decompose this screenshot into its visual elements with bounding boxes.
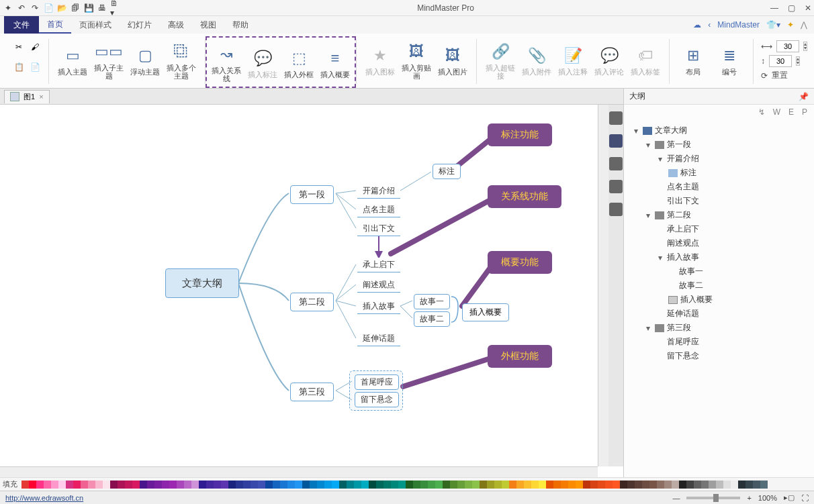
color-swatch[interactable] <box>147 481 154 489</box>
color-swatch[interactable] <box>221 481 228 489</box>
color-swatch[interactable] <box>383 481 391 489</box>
outline-tab-p[interactable]: P <box>802 107 807 117</box>
color-swatch[interactable] <box>406 481 413 489</box>
color-swatch[interactable] <box>576 481 583 489</box>
color-swatch[interactable] <box>457 481 465 489</box>
file-menu[interactable]: 文件 <box>4 16 39 34</box>
insert-subtopic-button[interactable]: ▭▭插入子主题 <box>91 36 127 85</box>
copy-button[interactable]: 📋 <box>11 59 27 75</box>
color-swatch[interactable] <box>103 481 110 489</box>
color-swatch[interactable] <box>420 481 428 489</box>
color-swatch[interactable] <box>672 481 679 489</box>
maximize-button[interactable]: ▢ <box>788 3 795 13</box>
color-swatch[interactable] <box>81 481 88 489</box>
color-swatch[interactable] <box>287 481 295 489</box>
color-swatch[interactable] <box>709 481 716 489</box>
insert-multi-topic-button[interactable]: ⿻插入多个主题 <box>163 36 199 85</box>
color-swatch[interactable] <box>310 481 317 489</box>
print-icon[interactable]: 🖶 <box>97 3 107 13</box>
color-swatch[interactable] <box>487 481 494 489</box>
outline-row[interactable]: 承上启下 <box>627 222 811 236</box>
color-swatch[interactable] <box>502 481 509 489</box>
color-swatch[interactable] <box>509 481 516 489</box>
height-spinner[interactable]: ▴▾ <box>796 56 800 66</box>
color-swatch[interactable] <box>162 481 169 489</box>
node-p1-1[interactable]: 开篇介绍 <box>357 184 400 199</box>
new-icon[interactable]: 📄 <box>43 3 54 13</box>
sidetool-list[interactable] <box>609 134 623 148</box>
color-swatch[interactable] <box>88 481 95 489</box>
color-swatch[interactable] <box>140 481 147 489</box>
outline-row[interactable]: ▾第一段 <box>627 138 811 152</box>
color-swatch[interactable] <box>472 481 480 489</box>
color-swatch[interactable] <box>524 481 531 489</box>
color-swatch[interactable] <box>44 481 51 489</box>
color-swatch[interactable] <box>199 481 206 489</box>
outline-row[interactable]: 阐述观点 <box>627 236 811 250</box>
menu-2[interactable]: 幻灯片 <box>120 16 160 34</box>
color-swatch[interactable] <box>546 481 553 489</box>
color-swatch[interactable] <box>627 481 635 489</box>
color-swatch[interactable] <box>21 481 29 489</box>
width-input[interactable] <box>776 40 799 52</box>
color-swatch[interactable] <box>391 481 398 489</box>
color-swatch[interactable] <box>649 481 657 489</box>
color-swatch[interactable] <box>132 481 140 489</box>
color-swatch[interactable] <box>716 481 723 489</box>
color-swatch[interactable] <box>273 481 280 489</box>
zoom-out-button[interactable]: — <box>672 494 680 502</box>
horizontal-scrollbar[interactable] <box>0 466 598 477</box>
color-swatch[interactable] <box>324 481 332 489</box>
outline-tab-e[interactable]: E <box>788 107 794 117</box>
numbering-button[interactable]: ≣编号 <box>711 36 748 85</box>
color-swatch[interactable] <box>568 481 576 489</box>
color-swatch[interactable] <box>347 481 354 489</box>
color-swatch[interactable] <box>51 481 58 489</box>
document-tab[interactable]: 图1 × <box>4 90 50 103</box>
redo-icon[interactable]: ↷ <box>30 3 40 13</box>
outline-row[interactable]: ▾文章大纲 <box>627 123 811 138</box>
open-icon[interactable]: 📂 <box>56 3 67 13</box>
node-story1[interactable]: 故事一 <box>414 294 450 309</box>
color-swatch[interactable] <box>657 481 664 489</box>
outline-row[interactable]: 首尾呼应 <box>627 335 811 349</box>
sidetool-brush[interactable] <box>609 111 623 125</box>
color-swatch[interactable] <box>73 481 81 489</box>
fit-width-icon[interactable]: ▸▢ <box>784 493 795 502</box>
node-p3[interactable]: 第三段 <box>290 383 334 401</box>
node-p2-3[interactable]: 插入故事 <box>357 299 400 314</box>
outline-row[interactable]: ▾插入故事 <box>627 250 811 264</box>
insert-callout-button[interactable]: 💬插入标注 <box>244 39 281 87</box>
color-swatch[interactable] <box>465 481 472 489</box>
insert-hyperlink-button[interactable]: 🔗插入超链接 <box>482 36 518 85</box>
node-story2[interactable]: 故事二 <box>414 311 450 327</box>
node-p2-1[interactable]: 承上启下 <box>357 258 400 272</box>
zoom-slider[interactable] <box>686 497 740 499</box>
color-swatch[interactable] <box>738 481 745 489</box>
color-swatch[interactable] <box>302 481 310 489</box>
fit-page-icon[interactable]: ⛶ <box>801 494 809 502</box>
color-swatch[interactable] <box>443 481 450 489</box>
color-swatch[interactable] <box>191 481 199 489</box>
insert-image-button[interactable]: 🖼插入图片 <box>435 36 471 85</box>
summary-node[interactable]: 插入概要 <box>462 303 509 321</box>
outline-row[interactable]: ▾第二段 <box>627 208 811 222</box>
color-swatch[interactable] <box>29 481 36 489</box>
color-swatch[interactable] <box>354 481 361 489</box>
color-swatch[interactable] <box>339 481 347 489</box>
outline-row[interactable]: ▾开篇介绍 <box>627 152 811 166</box>
outline-row[interactable]: 插入概要 <box>627 293 811 307</box>
color-swatch[interactable] <box>760 481 768 489</box>
color-swatch[interactable] <box>480 481 487 489</box>
reset-button[interactable]: ⟳重置 <box>761 70 807 81</box>
color-swatch[interactable] <box>214 481 221 489</box>
menu-1[interactable]: 页面样式 <box>71 16 120 34</box>
outline-wand-icon[interactable]: ↯ <box>758 107 765 117</box>
menu-4[interactable]: 视图 <box>192 16 224 34</box>
sidetool-date[interactable] <box>609 203 623 216</box>
callout-node[interactable]: 标注 <box>433 164 461 179</box>
color-swatch[interactable] <box>265 481 273 489</box>
color-swatch[interactable] <box>701 481 709 489</box>
color-swatch[interactable] <box>251 481 258 489</box>
color-swatch[interactable] <box>95 481 103 489</box>
